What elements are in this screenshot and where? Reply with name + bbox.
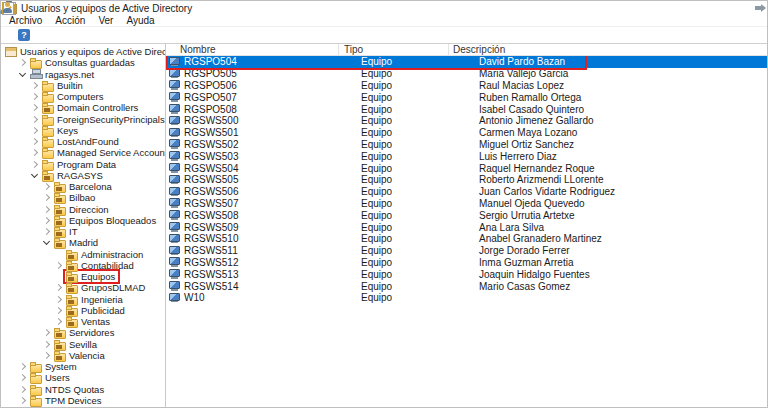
tree-item[interactable]: Program Data bbox=[1, 159, 165, 170]
table-row[interactable]: RGSWS506 Equipo Juan Carlos Vidarte Rodr… bbox=[166, 186, 767, 198]
column-header-nombre[interactable]: Nombre bbox=[166, 44, 339, 55]
tree-item[interactable]: Administracion bbox=[1, 249, 165, 260]
tree-item[interactable]: Computers bbox=[1, 91, 165, 102]
tree-expand-arrow[interactable] bbox=[52, 249, 65, 260]
tree-expand-arrow[interactable] bbox=[40, 226, 53, 237]
tree-expand-arrow[interactable] bbox=[16, 57, 29, 68]
tree-item[interactable]: ragasys.net bbox=[1, 69, 165, 80]
table-row[interactable]: RGSWS501 Equipo Carmen Maya Lozano bbox=[166, 127, 767, 139]
tree-item[interactable]: Builtin bbox=[1, 80, 165, 91]
tree-item-label: Equipos bbox=[81, 271, 115, 282]
table-row[interactable]: RGSPO506 Equipo Raul Macias Lopez bbox=[166, 80, 767, 92]
tree-expand-arrow[interactable] bbox=[28, 125, 41, 136]
tree-item[interactable]: GruposDLMAD bbox=[1, 282, 165, 293]
table-row[interactable]: RGSPO505 Equipo Maria Vallejo Garcia bbox=[166, 68, 767, 80]
tree-item-icon bbox=[30, 57, 43, 68]
tree-expand-arrow[interactable] bbox=[40, 204, 53, 215]
table-row[interactable]: RGSWS504 Equipo Raquel Hernandez Roque bbox=[166, 162, 767, 174]
tree-item[interactable]: Valencia bbox=[1, 350, 165, 361]
tree-expand-arrow[interactable] bbox=[40, 237, 53, 248]
tree-item[interactable]: Madrid bbox=[1, 237, 165, 248]
tree-item[interactable]: ForeignSecurityPrincipals bbox=[1, 114, 165, 125]
table-row[interactable]: RGSWS511 Equipo Jorge Dorado Ferrer bbox=[166, 245, 767, 257]
tree-item[interactable]: Usuarios y equipos de Active Directory [… bbox=[1, 46, 165, 57]
tree-expand-arrow[interactable] bbox=[28, 80, 41, 91]
tree-item[interactable]: Direccion bbox=[1, 204, 165, 215]
tree-expand-arrow[interactable] bbox=[16, 372, 29, 383]
tree-expand-arrow[interactable] bbox=[16, 384, 29, 395]
table-row[interactable]: W10 Equipo bbox=[166, 292, 767, 304]
table-row[interactable]: RGSWS510 Equipo Anabel Granadero Martine… bbox=[166, 233, 767, 245]
table-row[interactable]: RGSPO504 Equipo David Pardo Bazan bbox=[166, 56, 767, 68]
tree-expand-arrow[interactable] bbox=[16, 361, 29, 372]
tree-item[interactable]: Ingenieria bbox=[1, 294, 165, 305]
tree-expand-arrow[interactable] bbox=[28, 102, 41, 113]
tree-item[interactable]: System bbox=[1, 361, 165, 372]
column-header-tipo[interactable]: Tipo bbox=[339, 44, 449, 55]
tree-item-label: Contabilidad bbox=[81, 260, 134, 271]
tree-item[interactable]: Bilbao bbox=[1, 192, 165, 203]
table-row[interactable]: RGSWS500 Equipo Antonio Jimenez Gallardo bbox=[166, 115, 767, 127]
tree-expand-arrow[interactable] bbox=[52, 271, 65, 282]
tree-item[interactable]: Domain Controllers bbox=[1, 102, 165, 113]
table-row[interactable]: RGSWS502 Equipo Miguel Ortiz Sanchez bbox=[166, 139, 767, 151]
menu-item[interactable]: Ayuda bbox=[126, 15, 154, 26]
column-header-descripcion[interactable]: Descripción bbox=[449, 44, 767, 55]
tree-item[interactable]: RAGASYS bbox=[1, 170, 165, 181]
table-row[interactable]: RGSPO508 Equipo Isabel Casado Quintero bbox=[166, 103, 767, 115]
table-row[interactable]: RGSWS503 Equipo Luis Herrero Diaz bbox=[166, 150, 767, 162]
tree-expand-arrow[interactable] bbox=[28, 114, 41, 125]
tree-item[interactable]: Sevilla bbox=[1, 339, 165, 350]
table-row[interactable]: RGSWS508 Equipo Sergio Urrutia Artetxe bbox=[166, 209, 767, 221]
tree-item[interactable]: Ventas bbox=[1, 316, 165, 327]
menu-item[interactable]: Ver bbox=[98, 15, 113, 26]
tree-item[interactable]: Managed Service Accounts bbox=[1, 147, 165, 158]
tree-item[interactable]: LostAndFound bbox=[1, 136, 165, 147]
tree-expand-arrow[interactable] bbox=[16, 395, 29, 406]
tree-expand-arrow[interactable] bbox=[40, 215, 53, 226]
tree-expand-arrow[interactable] bbox=[28, 170, 41, 181]
tree-expand-arrow[interactable] bbox=[28, 91, 41, 102]
table-row[interactable]: RGSWS507 Equipo Manuel Ojeda Quevedo bbox=[166, 198, 767, 210]
tree-expand-arrow[interactable] bbox=[28, 147, 41, 158]
tree-item[interactable]: Keys bbox=[1, 125, 165, 136]
tree-expand-arrow[interactable] bbox=[40, 350, 53, 361]
tree-item[interactable]: Equipos Bloqueados bbox=[1, 215, 165, 226]
tree-expand-arrow[interactable] bbox=[28, 159, 41, 170]
cell-type: Equipo bbox=[339, 174, 449, 185]
tree-item[interactable]: Contabilidad bbox=[1, 260, 165, 271]
tree-item[interactable]: Equipos bbox=[1, 271, 165, 282]
table-row[interactable]: RGSPO507 Equipo Ruben Ramallo Ortega bbox=[166, 91, 767, 103]
tree-expand-arrow[interactable] bbox=[40, 181, 53, 192]
tree-expand-arrow[interactable] bbox=[40, 339, 53, 350]
tree-item-label: Computers bbox=[57, 91, 103, 102]
tree-item[interactable]: NTDS Quotas bbox=[1, 384, 165, 395]
tree-expand-arrow[interactable] bbox=[28, 136, 41, 147]
tree-expand-arrow[interactable] bbox=[52, 316, 65, 327]
tree-item[interactable]: Publicidad bbox=[1, 305, 165, 316]
tree-item[interactable]: Consultas guardadas bbox=[1, 57, 165, 68]
menu-item[interactable]: Acción bbox=[55, 15, 85, 26]
tree-item[interactable]: Servidores bbox=[1, 327, 165, 338]
cell-name: RGSWS500 bbox=[166, 115, 339, 126]
table-row[interactable]: RGSWS513 Equipo Joaquin Hidalgo Fuentes bbox=[166, 268, 767, 280]
table-row[interactable]: RGSWS509 Equipo Ana Lara Silva bbox=[166, 221, 767, 233]
tree-item-label: Barcelona bbox=[69, 181, 112, 192]
help-icon[interactable] bbox=[18, 29, 30, 41]
table-row[interactable]: RGSWS512 Equipo Inma Guzman Arretia bbox=[166, 257, 767, 269]
tree-item[interactable]: Barcelona bbox=[1, 181, 165, 192]
tree-expand-arrow[interactable] bbox=[16, 69, 29, 80]
tree-expand-arrow[interactable] bbox=[40, 327, 53, 338]
tree-item-icon bbox=[66, 294, 79, 305]
tree-expand-arrow[interactable] bbox=[40, 192, 53, 203]
menu-item[interactable]: Archivo bbox=[9, 15, 42, 26]
tree-item[interactable]: Users bbox=[1, 372, 165, 383]
table-row[interactable]: RGSWS514 Equipo Mario Casas Gomez bbox=[166, 280, 767, 292]
tree-expand-arrow[interactable] bbox=[52, 305, 65, 316]
tree-item[interactable]: IT bbox=[1, 226, 165, 237]
tree-expand-arrow[interactable] bbox=[52, 260, 65, 271]
table-row[interactable]: RGSWS505 Equipo Roberto Arizmendi LLoren… bbox=[166, 174, 767, 186]
tree-item[interactable]: TPM Devices bbox=[1, 395, 165, 406]
tree-expand-arrow[interactable] bbox=[52, 294, 65, 305]
tree-expand-arrow[interactable] bbox=[52, 282, 65, 293]
